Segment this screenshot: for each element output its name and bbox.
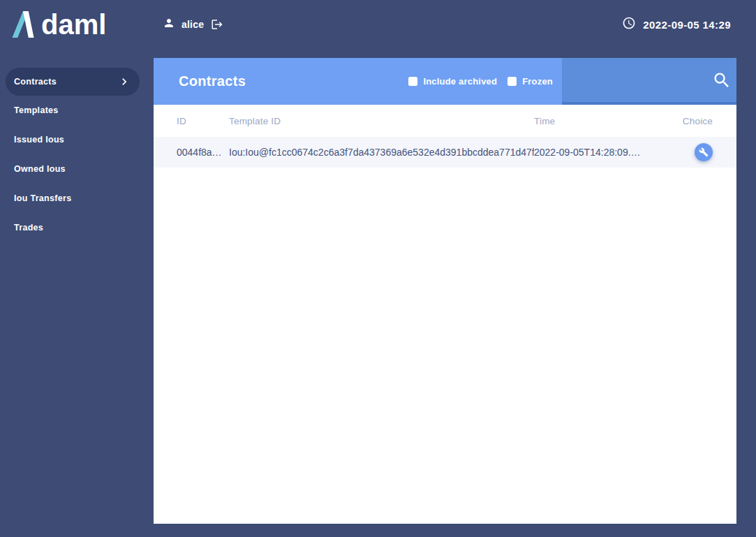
wrench-icon xyxy=(699,147,709,157)
daml-logo: daml xyxy=(10,9,106,40)
table-row[interactable]: 0044f8a… Iou:Iou@fc1cc0674c2c6a3f7da4373… xyxy=(154,137,736,168)
clock-icon xyxy=(622,16,636,33)
search-icon[interactable] xyxy=(712,71,732,90)
search-bar xyxy=(562,58,736,105)
column-header-choice: Choice xyxy=(674,116,736,126)
search-input[interactable] xyxy=(573,74,712,86)
sidebar: Contracts Templates Issued Ious Owned Io… xyxy=(0,58,154,242)
logout-icon[interactable] xyxy=(211,18,223,31)
sidebar-item-label: Owned Ious xyxy=(14,164,66,174)
toolbar: Contracts Include archived Frozen xyxy=(154,58,736,105)
sidebar-item-owned-ious[interactable]: Owned Ious xyxy=(0,154,154,184)
table-header: ID Template ID Time Choice xyxy=(154,105,736,137)
frozen-label: Frozen xyxy=(522,76,553,87)
user-chip: alice xyxy=(163,0,223,49)
sidebar-item-contracts[interactable]: Contracts xyxy=(6,68,140,96)
contract-id-cell: 0044f8a… xyxy=(177,147,229,158)
column-header-id[interactable]: ID xyxy=(177,116,229,126)
sidebar-item-label: Trades xyxy=(14,223,43,233)
user-name: alice xyxy=(181,19,204,30)
frozen-filter[interactable]: Frozen xyxy=(507,76,553,87)
sidebar-item-templates[interactable]: Templates xyxy=(0,96,154,125)
content-panel: Contracts Include archived Frozen xyxy=(154,58,736,524)
include-archived-filter[interactable]: Include archived xyxy=(408,76,497,87)
ledger-time: 2022-09-05 14:29 xyxy=(643,19,731,31)
app-window: daml alice 2022-09-05 14:29 Contracts xyxy=(0,0,756,537)
logo-text: daml xyxy=(41,9,106,40)
sidebar-item-issued-ious[interactable]: Issued Ious xyxy=(0,125,154,154)
sidebar-item-label: Issued Ious xyxy=(14,135,64,145)
sidebar-item-label: Templates xyxy=(14,105,59,115)
choice-cell xyxy=(674,143,736,161)
frozen-checkbox[interactable] xyxy=(507,77,517,86)
chevron-right-icon xyxy=(117,75,131,89)
sidebar-item-label: Iou Transfers xyxy=(14,193,71,203)
include-archived-checkbox[interactable] xyxy=(408,77,417,86)
column-header-template-id[interactable]: Template ID xyxy=(229,116,534,126)
sidebar-item-trades[interactable]: Trades xyxy=(0,213,154,242)
template-id-cell: Iou:Iou@fc1cc0674c2c6a3f7da437369a6e532e… xyxy=(229,147,534,158)
page-title: Contracts xyxy=(179,73,246,89)
time-cell: 2022-09-05T14:28:09.… xyxy=(534,147,674,158)
choice-button[interactable] xyxy=(695,143,713,161)
lambda-logo-icon xyxy=(10,9,36,40)
toolbar-left: Contracts Include archived Frozen xyxy=(154,58,562,105)
clock-area: 2022-09-05 14:29 xyxy=(622,0,731,49)
include-archived-label: Include archived xyxy=(423,76,497,87)
column-header-time[interactable]: Time xyxy=(534,116,674,126)
person-icon xyxy=(163,17,175,32)
sidebar-item-iou-transfers[interactable]: Iou Transfers xyxy=(0,184,154,213)
sidebar-item-label: Contracts xyxy=(14,77,57,87)
filters: Include archived Frozen xyxy=(398,76,562,87)
